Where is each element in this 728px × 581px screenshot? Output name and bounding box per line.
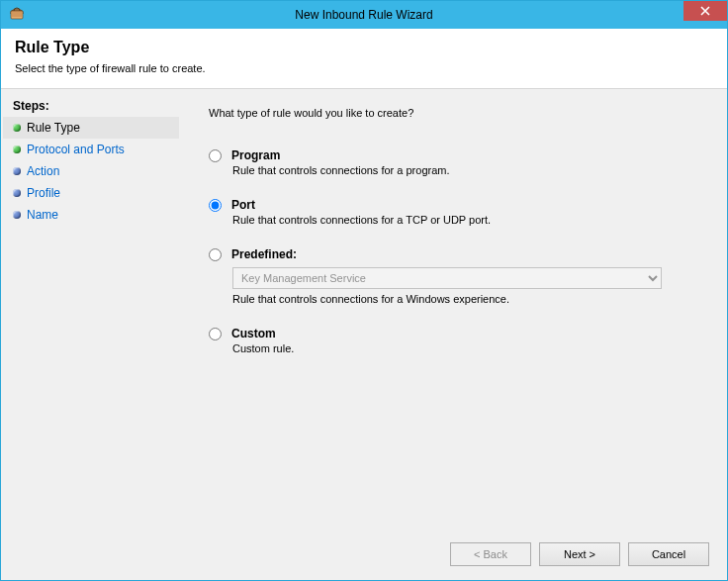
close-button[interactable] [683,1,727,21]
steps-heading: Steps: [3,97,179,117]
titlebar: New Inbound Rule Wizard [1,1,727,29]
option-predefined-row[interactable]: Predefined: [209,247,699,261]
step-action[interactable]: Action [3,160,179,182]
radio-program[interactable] [209,149,222,162]
option-port: Port Rule that controls connections for … [209,198,699,226]
steps-sidebar: Steps: Rule Type Protocol and Ports Acti… [1,89,181,580]
option-predefined-desc: Rule that controls connections for a Win… [232,293,699,305]
option-predefined: Predefined: Key Management Service Rule … [209,247,699,305]
step-bullet-icon [13,211,21,219]
option-program: Program Rule that controls connections f… [209,148,699,176]
step-name[interactable]: Name [3,204,179,226]
radio-custom[interactable] [209,328,222,340]
step-bullet-icon [13,189,21,197]
page-title: Rule Type [15,39,713,56]
next-button[interactable]: Next > [539,542,620,566]
step-bullet-icon [13,145,21,153]
step-label: Profile [27,186,60,200]
step-protocol-and-ports[interactable]: Protocol and Ports [3,139,179,160]
wizard-body: Steps: Rule Type Protocol and Ports Acti… [1,89,727,580]
cancel-button[interactable]: Cancel [628,542,709,566]
radio-predefined[interactable] [209,248,222,261]
wizard-buttons: < Back Next > Cancel [450,542,709,566]
wizard-window: New Inbound Rule Wizard Rule Type Select… [0,0,728,581]
option-program-label: Program [231,148,280,162]
option-custom-desc: Custom rule. [232,342,699,354]
window-title: New Inbound Rule Wizard [1,8,727,22]
step-label: Rule Type [27,121,80,135]
predefined-select: Key Management Service [232,267,662,289]
step-label: Protocol and Ports [27,143,125,156]
page-subtitle: Select the type of firewall rule to crea… [15,62,713,74]
option-port-label: Port [231,198,255,212]
wizard-content: What type of rule would you like to crea… [181,89,727,580]
radio-port[interactable] [209,199,222,212]
option-port-row[interactable]: Port [209,198,699,212]
option-program-desc: Rule that controls connections for a pro… [232,164,699,176]
wizard-header: Rule Type Select the type of firewall ru… [1,29,727,89]
option-predefined-label: Predefined: [231,247,297,261]
step-label: Name [27,208,58,222]
step-label: Action [27,164,59,178]
option-custom-label: Custom [231,327,276,340]
step-rule-type[interactable]: Rule Type [3,117,179,139]
option-custom-row[interactable]: Custom [209,327,699,340]
option-port-desc: Rule that controls connections for a TCP… [232,214,699,226]
step-profile[interactable]: Profile [3,182,179,204]
option-custom: Custom Custom rule. [209,327,699,354]
option-program-row[interactable]: Program [209,148,699,162]
question-text: What type of rule would you like to crea… [209,107,699,119]
step-bullet-icon [13,167,21,175]
back-button: < Back [450,542,531,566]
step-bullet-icon [13,124,21,132]
app-icon [9,6,25,25]
